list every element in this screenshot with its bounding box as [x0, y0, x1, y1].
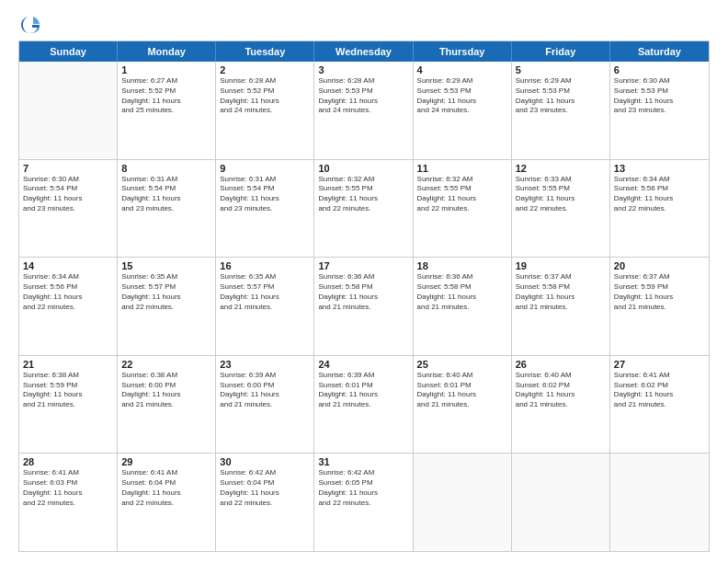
day-number: 14 [23, 260, 113, 271]
cell-info: Sunrise: 6:33 AM Sunset: 5:55 PM Dayligh… [516, 175, 606, 214]
calendar-cell-5-6 [512, 454, 610, 551]
calendar-cell-2-4: 10Sunrise: 6:32 AM Sunset: 5:55 PM Dayli… [314, 160, 413, 258]
weekday-header-saturday: Saturday [610, 41, 709, 62]
calendar-cell-5-1: 28Sunrise: 6:41 AM Sunset: 6:03 PM Dayli… [19, 454, 118, 551]
cell-info: Sunrise: 6:32 AM Sunset: 5:55 PM Dayligh… [318, 175, 408, 214]
cell-info: Sunrise: 6:35 AM Sunset: 5:57 PM Dayligh… [220, 272, 310, 312]
day-number: 28 [23, 456, 113, 467]
calendar-cell-3-3: 16Sunrise: 6:35 AM Sunset: 5:57 PM Dayli… [216, 258, 314, 355]
calendar-cell-4-6: 26Sunrise: 6:40 AM Sunset: 6:02 PM Dayli… [512, 356, 610, 454]
cell-info: Sunrise: 6:30 AM Sunset: 5:53 PM Dayligh… [614, 76, 705, 116]
day-number: 4 [417, 64, 507, 75]
calendar-cell-2-1: 7Sunrise: 6:30 AM Sunset: 5:54 PM Daylig… [19, 160, 118, 258]
logo [18, 15, 40, 31]
day-number: 8 [121, 163, 211, 174]
cell-info: Sunrise: 6:40 AM Sunset: 6:02 PM Dayligh… [516, 371, 606, 410]
cell-info: Sunrise: 6:38 AM Sunset: 6:00 PM Dayligh… [121, 371, 211, 410]
calendar-cell-1-2: 1Sunrise: 6:27 AM Sunset: 5:52 PM Daylig… [118, 62, 216, 159]
calendar-cell-4-4: 24Sunrise: 6:39 AM Sunset: 6:01 PM Dayli… [314, 356, 413, 454]
page: SundayMondayTuesdayWednesdayThursdayFrid… [0, 0, 728, 563]
cell-info: Sunrise: 6:28 AM Sunset: 5:53 PM Dayligh… [318, 76, 408, 116]
day-number: 10 [318, 163, 408, 174]
weekday-header-sunday: Sunday [19, 41, 118, 62]
cell-info: Sunrise: 6:34 AM Sunset: 5:56 PM Dayligh… [23, 272, 113, 312]
cell-info: Sunrise: 6:32 AM Sunset: 5:55 PM Dayligh… [417, 175, 507, 214]
day-number: 17 [318, 260, 408, 271]
day-number: 15 [121, 260, 211, 271]
calendar-row-1: 1Sunrise: 6:27 AM Sunset: 5:52 PM Daylig… [19, 62, 709, 160]
day-number: 20 [614, 260, 705, 271]
weekday-header-monday: Monday [118, 41, 216, 62]
day-number: 29 [121, 456, 211, 467]
weekday-header-wednesday: Wednesday [314, 41, 413, 62]
cell-info: Sunrise: 6:42 AM Sunset: 6:04 PM Dayligh… [220, 468, 310, 508]
calendar: SundayMondayTuesdayWednesdayThursdayFrid… [18, 40, 710, 552]
calendar-cell-4-5: 25Sunrise: 6:40 AM Sunset: 6:01 PM Dayli… [414, 356, 512, 454]
calendar-row-4: 21Sunrise: 6:38 AM Sunset: 5:59 PM Dayli… [19, 356, 709, 454]
calendar-header: SundayMondayTuesdayWednesdayThursdayFrid… [19, 41, 709, 62]
weekday-header-friday: Friday [512, 41, 610, 62]
calendar-cell-1-3: 2Sunrise: 6:28 AM Sunset: 5:52 PM Daylig… [216, 62, 314, 159]
calendar-cell-5-7 [610, 454, 709, 551]
calendar-cell-2-2: 8Sunrise: 6:31 AM Sunset: 5:54 PM Daylig… [118, 160, 216, 258]
cell-info: Sunrise: 6:28 AM Sunset: 5:52 PM Dayligh… [220, 76, 310, 116]
calendar-cell-5-2: 29Sunrise: 6:41 AM Sunset: 6:04 PM Dayli… [118, 454, 216, 551]
calendar-cell-3-1: 14Sunrise: 6:34 AM Sunset: 5:56 PM Dayli… [19, 258, 118, 355]
calendar-cell-1-6: 5Sunrise: 6:29 AM Sunset: 5:53 PM Daylig… [512, 62, 610, 159]
day-number: 5 [516, 64, 606, 75]
calendar-row-2: 7Sunrise: 6:30 AM Sunset: 5:54 PM Daylig… [19, 160, 709, 259]
day-number: 19 [516, 260, 606, 271]
calendar-cell-5-4: 31Sunrise: 6:42 AM Sunset: 6:05 PM Dayli… [314, 454, 413, 551]
day-number: 31 [318, 456, 408, 467]
day-number: 11 [417, 163, 507, 174]
day-number: 22 [121, 359, 211, 370]
weekday-header-tuesday: Tuesday [216, 41, 314, 62]
cell-info: Sunrise: 6:36 AM Sunset: 5:58 PM Dayligh… [417, 272, 507, 312]
cell-info: Sunrise: 6:37 AM Sunset: 5:59 PM Dayligh… [614, 272, 705, 312]
cell-info: Sunrise: 6:42 AM Sunset: 6:05 PM Dayligh… [318, 468, 408, 508]
calendar-cell-2-3: 9Sunrise: 6:31 AM Sunset: 5:54 PM Daylig… [216, 160, 314, 258]
cell-info: Sunrise: 6:39 AM Sunset: 6:00 PM Dayligh… [220, 371, 310, 410]
day-number: 1 [121, 64, 211, 75]
day-number: 21 [23, 359, 113, 370]
calendar-cell-3-5: 18Sunrise: 6:36 AM Sunset: 5:58 PM Dayli… [414, 258, 512, 355]
calendar-cell-5-5 [414, 454, 512, 551]
calendar-cell-1-5: 4Sunrise: 6:29 AM Sunset: 5:53 PM Daylig… [414, 62, 512, 159]
calendar-cell-4-1: 21Sunrise: 6:38 AM Sunset: 5:59 PM Dayli… [19, 356, 118, 454]
cell-info: Sunrise: 6:31 AM Sunset: 5:54 PM Dayligh… [220, 175, 310, 214]
cell-info: Sunrise: 6:37 AM Sunset: 5:58 PM Dayligh… [516, 272, 606, 312]
calendar-row-3: 14Sunrise: 6:34 AM Sunset: 5:56 PM Dayli… [19, 258, 709, 356]
day-number: 23 [220, 359, 310, 370]
cell-info: Sunrise: 6:31 AM Sunset: 5:54 PM Dayligh… [121, 175, 211, 214]
calendar-cell-2-5: 11Sunrise: 6:32 AM Sunset: 5:55 PM Dayli… [414, 160, 512, 258]
calendar-body: 1Sunrise: 6:27 AM Sunset: 5:52 PM Daylig… [19, 62, 709, 551]
calendar-row-5: 28Sunrise: 6:41 AM Sunset: 6:03 PM Dayli… [19, 454, 709, 551]
cell-info: Sunrise: 6:38 AM Sunset: 5:59 PM Dayligh… [23, 371, 113, 410]
day-number: 30 [220, 456, 310, 467]
day-number: 6 [614, 64, 705, 75]
cell-info: Sunrise: 6:30 AM Sunset: 5:54 PM Dayligh… [23, 175, 113, 214]
calendar-cell-3-7: 20Sunrise: 6:37 AM Sunset: 5:59 PM Dayli… [610, 258, 709, 355]
cell-info: Sunrise: 6:40 AM Sunset: 6:01 PM Dayligh… [417, 371, 507, 410]
cell-info: Sunrise: 6:34 AM Sunset: 5:56 PM Dayligh… [614, 175, 705, 214]
calendar-cell-2-6: 12Sunrise: 6:33 AM Sunset: 5:55 PM Dayli… [512, 160, 610, 258]
day-number: 13 [614, 163, 705, 174]
cell-info: Sunrise: 6:41 AM Sunset: 6:03 PM Dayligh… [23, 468, 113, 508]
cell-info: Sunrise: 6:29 AM Sunset: 5:53 PM Dayligh… [516, 76, 606, 116]
calendar-cell-4-3: 23Sunrise: 6:39 AM Sunset: 6:00 PM Dayli… [216, 356, 314, 454]
cell-info: Sunrise: 6:36 AM Sunset: 5:58 PM Dayligh… [318, 272, 408, 312]
day-number: 7 [23, 163, 113, 174]
cell-info: Sunrise: 6:39 AM Sunset: 6:01 PM Dayligh… [318, 371, 408, 410]
cell-info: Sunrise: 6:41 AM Sunset: 6:02 PM Dayligh… [614, 371, 705, 410]
cell-info: Sunrise: 6:35 AM Sunset: 5:57 PM Dayligh… [121, 272, 211, 312]
day-number: 18 [417, 260, 507, 271]
day-number: 26 [516, 359, 606, 370]
cell-info: Sunrise: 6:41 AM Sunset: 6:04 PM Dayligh… [121, 468, 211, 508]
cell-info: Sunrise: 6:27 AM Sunset: 5:52 PM Dayligh… [121, 76, 211, 116]
calendar-cell-3-2: 15Sunrise: 6:35 AM Sunset: 5:57 PM Dayli… [118, 258, 216, 355]
cell-info: Sunrise: 6:29 AM Sunset: 5:53 PM Dayligh… [417, 76, 507, 116]
calendar-cell-3-6: 19Sunrise: 6:37 AM Sunset: 5:58 PM Dayli… [512, 258, 610, 355]
calendar-cell-1-7: 6Sunrise: 6:30 AM Sunset: 5:53 PM Daylig… [610, 62, 709, 159]
day-number: 9 [220, 163, 310, 174]
day-number: 3 [318, 64, 408, 75]
